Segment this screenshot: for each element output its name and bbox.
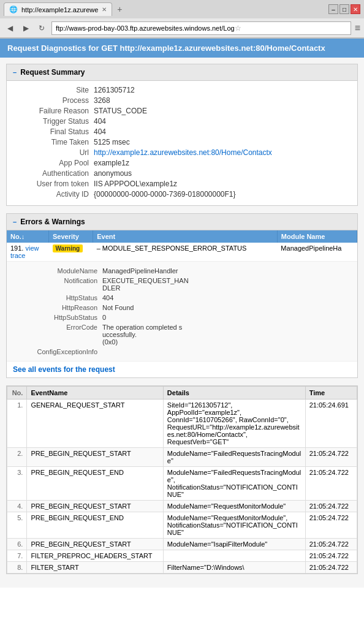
- error-num: 191. viewtrace: [7, 243, 49, 262]
- collapse-errors-btn[interactable]: –: [13, 218, 17, 225]
- event-row: 6. PRE_BEGIN_REQUEST_START ModuleName="I…: [7, 539, 357, 550]
- event-row: 8. FILTER_START FilterName="D:\Windows\ …: [7, 562, 357, 574]
- maximize-btn[interactable]: □: [339, 4, 349, 14]
- address-input[interactable]: ftp://waws-prod-bay-003.ftp.azurewebsite…: [51, 21, 351, 35]
- field-row-app-pool: App Pool example1z: [14, 159, 350, 167]
- error-detail-row: ModuleName ManagedPipelineHandler Notifi…: [7, 262, 357, 362]
- menu-btn[interactable]: ≡: [355, 23, 360, 34]
- refresh-btn[interactable]: ↻: [36, 22, 48, 34]
- value-user-from-token: IIS APPPOOL\example1z: [94, 180, 177, 188]
- error-event: – MODULE_SET_RESPONSE_ERROR_STATUS: [93, 243, 278, 262]
- label-trigger-status: Trigger Status: [14, 117, 94, 126]
- label-process: Process: [14, 96, 94, 105]
- event-row-details: ModuleName="IsapiFilterModule": [163, 539, 305, 550]
- value-process: 3268: [94, 96, 110, 105]
- event-row-details: [163, 550, 305, 562]
- request-summary-header: – Request Summary: [7, 64, 357, 81]
- field-row-activity-id: Activity ID {00000000-0000-0000-7369-018…: [14, 190, 350, 199]
- collapse-summary-btn[interactable]: –: [13, 69, 17, 76]
- event-row-num: 4.: [7, 501, 27, 512]
- value-final-status: 404: [94, 127, 106, 136]
- value-module-name: ManagedPipelineHandler: [102, 267, 178, 275]
- event-row-name: PRE_BEGIN_REQUEST_END: [27, 512, 163, 539]
- errors-table: No.↓ Severity Event Module Name 191. vie…: [7, 230, 357, 362]
- error-row-number: 191.: [10, 244, 25, 252]
- event-row-name: GENERAL_REQUEST_START: [27, 400, 163, 448]
- event-row: 4. PRE_BEGIN_REQUEST_START ModuleName="R…: [7, 501, 357, 512]
- label-app-pool: App Pool: [14, 159, 94, 167]
- event-row: 1. GENERAL_REQUEST_START SiteId="1261305…: [7, 400, 357, 448]
- tab-close-btn[interactable]: ✕: [102, 6, 107, 13]
- detail-error-code: ErrorCode The operation completed succes…: [23, 322, 347, 347]
- errors-warnings-title: Errors & Warnings: [20, 218, 85, 226]
- event-row-num: 1.: [7, 400, 27, 448]
- value-http-substatus: 0: [102, 314, 106, 321]
- error-row-191: 191. viewtrace Warning – MODULE_SET_RESP…: [7, 243, 357, 262]
- tab-title: http://example1z.azurewe: [21, 6, 98, 13]
- field-row-final-status: Final Status 404: [14, 127, 350, 136]
- value-site: 1261305712: [94, 86, 135, 94]
- bookmark-icon[interactable]: ☆: [235, 24, 241, 32]
- label-url: Url: [14, 148, 94, 157]
- content-area: – Request Summary Site 1261305712 Proces…: [0, 58, 364, 588]
- event-row-time: 21:05:24.722: [305, 512, 357, 539]
- event-row-name: FILTER_START: [27, 562, 163, 574]
- value-failure-reason: STATUS_CODE: [94, 107, 147, 115]
- value-error-code: The operation completed successfully.(0x…: [102, 324, 182, 346]
- event-row-name: FILTER_PREPROC_HEADERS_START: [27, 550, 163, 562]
- col-module: Module Name: [277, 230, 357, 243]
- field-row-failure-reason: Failure Reason STATUS_CODE: [14, 107, 350, 115]
- event-row-details: ModuleName="FailedRequestsTracingModule"…: [163, 467, 305, 501]
- errors-warnings-header: – Errors & Warnings: [7, 214, 357, 230]
- label-activity-id: Activity ID: [14, 190, 94, 199]
- col-event-time: Time: [305, 387, 357, 400]
- value-http-reason: Not Found: [102, 304, 134, 311]
- label-site: Site: [14, 86, 94, 94]
- event-row: 3. PRE_BEGIN_REQUEST_END ModuleName="Fai…: [7, 467, 357, 501]
- request-summary-title: Request Summary: [20, 68, 85, 77]
- see-all-events-link[interactable]: See all events for the request: [7, 362, 121, 377]
- col-event-no: No.: [7, 387, 27, 400]
- label-http-substatus: HttpSubStatus: [23, 314, 102, 321]
- value-app-pool: example1z: [94, 159, 129, 167]
- event-row-details: ModuleName="RequestMonitorModule": [163, 501, 305, 512]
- label-user-from-token: User from token: [14, 180, 94, 188]
- label-config-exception: ConfigExceptionInfo: [23, 348, 102, 355]
- value-url[interactable]: http://example1z.azurewebsites.net:80/Ho…: [94, 148, 272, 157]
- field-row-site: Site 1261305712: [14, 86, 350, 94]
- detail-http-status: HttpStatus 404: [23, 293, 347, 303]
- error-severity: Warning: [49, 243, 93, 262]
- label-error-code: ErrorCode: [23, 324, 102, 346]
- events-table: No. EventName Details Time 1. GENERAL_RE…: [7, 386, 357, 574]
- tab-favicon: 🌐: [9, 6, 18, 13]
- field-row-process: Process 3268: [14, 96, 350, 105]
- field-row-authentication: Authentication anonymous: [14, 169, 350, 178]
- back-btn[interactable]: ◀: [4, 22, 16, 34]
- event-row-time: 21:05:24.722: [305, 562, 357, 574]
- event-row-name: PRE_BEGIN_REQUEST_START: [27, 501, 163, 512]
- event-row-time: 21:05:24.722: [305, 467, 357, 501]
- events-header-row: No. EventName Details Time: [7, 387, 357, 400]
- event-row-num: 8.: [7, 562, 27, 574]
- value-trigger-status: 404: [94, 117, 106, 126]
- minimize-btn[interactable]: –: [328, 4, 338, 14]
- event-row-time: 21:05:24.722: [305, 539, 357, 550]
- event-row: 5. PRE_BEGIN_REQUEST_END ModuleName="Req…: [7, 512, 357, 539]
- label-http-reason: HttpReason: [23, 304, 102, 311]
- title-bar: 🌐 http://example1z.azurewe ✕ + – □ ✕: [0, 0, 364, 18]
- forward-btn[interactable]: ▶: [20, 22, 32, 34]
- col-event-details: Details: [163, 387, 305, 400]
- new-tab-btn[interactable]: +: [113, 3, 126, 15]
- field-row-user-from-token: User from token IIS APPPOOL\example1z: [14, 180, 350, 188]
- detail-module-name: ModuleName ManagedPipelineHandler: [23, 266, 347, 276]
- close-btn[interactable]: ✕: [351, 4, 360, 14]
- value-http-status: 404: [102, 294, 113, 301]
- request-summary-section: – Request Summary Site 1261305712 Proces…: [6, 64, 358, 206]
- event-row-name: PRE_BEGIN_REQUEST_END: [27, 467, 163, 501]
- event-row-time: 21:05:24.722: [305, 550, 357, 562]
- col-no: No.↓: [7, 230, 49, 243]
- event-row-details: SiteId="1261305712", AppPoolId="example1…: [163, 400, 305, 448]
- detail-http-reason: HttpReason Not Found: [23, 303, 347, 313]
- browser-tab[interactable]: 🌐 http://example1z.azurewe ✕: [4, 2, 112, 16]
- event-row-details: ModuleName="RequestMonitorModule", Notif…: [163, 512, 305, 539]
